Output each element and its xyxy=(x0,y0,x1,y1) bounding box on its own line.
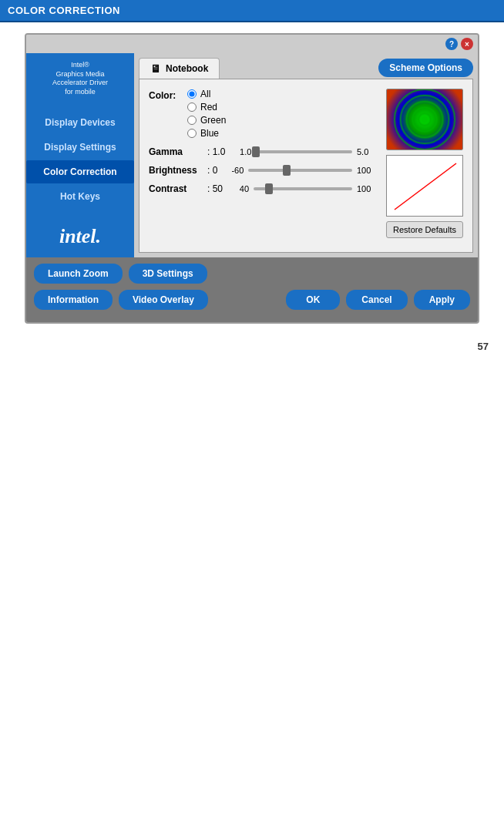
video-overlay-button[interactable]: Video Overlay xyxy=(119,290,208,310)
action-row: OK Cancel Apply xyxy=(286,290,470,310)
contrast-min: 40 xyxy=(227,184,249,193)
tab-label: Notebook xyxy=(166,63,208,74)
sidebar-item-display-devices[interactable]: Display Devices xyxy=(26,111,134,134)
bottom-area: Launch Zoom 3D Settings Information Vide… xyxy=(26,257,478,322)
radio-red: Red xyxy=(187,102,226,113)
left-sidebar: Intel®Graphics MediaAccelerator Driverfo… xyxy=(26,53,134,257)
contrast-slider[interactable] xyxy=(254,187,352,190)
apply-button[interactable]: Apply xyxy=(414,290,470,310)
gamma-label: Gamma xyxy=(149,146,203,157)
contrast-label: Contrast xyxy=(149,183,203,194)
gamma-min: 1.0 xyxy=(230,147,251,156)
color-preview xyxy=(386,89,463,150)
radio-all: All xyxy=(187,89,226,99)
contrast-thumb xyxy=(265,183,273,194)
intel-brand-logo: intel. xyxy=(26,211,134,257)
title-text: COLOR CORRECTION xyxy=(8,5,120,16)
brightness-thumb xyxy=(283,165,291,176)
radio-blue: Blue xyxy=(187,128,226,139)
gamma-thumb xyxy=(252,146,260,157)
gamma-colon: : 1.0 xyxy=(207,146,225,157)
help-icon[interactable]: ? xyxy=(445,38,458,50)
3d-settings-button[interactable]: 3D Settings xyxy=(129,264,207,284)
gamma-preview xyxy=(386,155,463,217)
gamma-max: 5.0 xyxy=(357,147,378,156)
intel-wordmark: intel. xyxy=(32,223,128,248)
main-panel: Color: All Red xyxy=(139,79,473,253)
page-number: 57 xyxy=(0,334,504,355)
brightness-slider[interactable] xyxy=(248,169,352,172)
intel-panel: ? × Intel®Graphics MediaAccelerator Driv… xyxy=(25,33,479,324)
sidebar-item-hot-keys[interactable]: Hot Keys xyxy=(26,185,134,208)
tab-bar: 🖥 Notebook Scheme Options xyxy=(134,53,478,79)
sidebar-item-color-correction[interactable]: Color Correction xyxy=(26,160,134,183)
sidebar-item-display-settings[interactable]: Display Settings xyxy=(26,136,134,159)
notebook-icon: 🖥 xyxy=(150,62,161,75)
radio-all-input[interactable] xyxy=(187,89,197,99)
color-row: Color: All Red xyxy=(149,89,378,139)
radio-green-label: Green xyxy=(200,115,226,126)
gamma-curve-canvas xyxy=(387,156,463,217)
radio-blue-label: Blue xyxy=(200,128,219,139)
brightness-row: Brightness : 0 -60 100 xyxy=(149,165,378,176)
radio-green-input[interactable] xyxy=(187,116,197,125)
intel-logo-text: Intel®Graphics MediaAccelerator Driverfo… xyxy=(32,61,128,97)
brightness-min: -60 xyxy=(222,166,244,175)
restore-defaults-button[interactable]: Restore Defaults xyxy=(386,221,463,238)
right-content: 🖥 Notebook Scheme Options Color: xyxy=(134,53,478,257)
gamma-slider[interactable] xyxy=(256,150,352,153)
intel-logo-area: Intel®Graphics MediaAccelerator Driverfo… xyxy=(26,53,134,108)
color-radio-group: All Red Green xyxy=(187,89,226,139)
brightness-max: 100 xyxy=(357,166,378,175)
bottom-nav-row: Launch Zoom 3D Settings xyxy=(34,264,470,284)
information-button[interactable]: Information xyxy=(34,290,113,310)
controls-section: Color: All Red xyxy=(149,89,378,243)
radio-red-label: Red xyxy=(200,102,217,113)
radio-green: Green xyxy=(187,115,226,126)
visuals-section: Restore Defaults xyxy=(386,89,463,243)
notebook-tab[interactable]: 🖥 Notebook xyxy=(139,58,220,79)
color-gradient-canvas xyxy=(387,89,462,150)
ok-button[interactable]: OK xyxy=(286,290,340,310)
brightness-label: Brightness xyxy=(149,165,203,176)
contrast-colon: : 50 xyxy=(207,183,223,194)
scheme-options-button[interactable]: Scheme Options xyxy=(378,59,473,77)
contrast-row: Contrast : 50 40 100 xyxy=(149,183,378,194)
page-content: ? × Intel®Graphics MediaAccelerator Driv… xyxy=(0,22,504,334)
radio-red-input[interactable] xyxy=(187,102,197,112)
cancel-button[interactable]: Cancel xyxy=(346,290,407,310)
launch-zoom-button[interactable]: Launch Zoom xyxy=(34,264,123,284)
contrast-max: 100 xyxy=(357,184,378,193)
color-label: Color: xyxy=(149,89,187,101)
radio-blue-input[interactable] xyxy=(187,129,197,138)
gamma-row: Gamma : 1.0 1.0 5.0 xyxy=(149,146,378,157)
bottom-nav-row-2: Information Video Overlay OK Cancel Appl… xyxy=(34,290,470,310)
radio-all-label: All xyxy=(200,89,210,99)
close-icon[interactable]: × xyxy=(461,38,473,50)
panel-body: Intel®Graphics MediaAccelerator Driverfo… xyxy=(26,53,478,257)
sidebar-nav: Display Devices Display Settings Color C… xyxy=(26,108,134,211)
brightness-colon: : 0 xyxy=(207,165,217,176)
title-bar: COLOR CORRECTION xyxy=(0,0,504,22)
panel-topbar: ? × xyxy=(26,35,478,53)
